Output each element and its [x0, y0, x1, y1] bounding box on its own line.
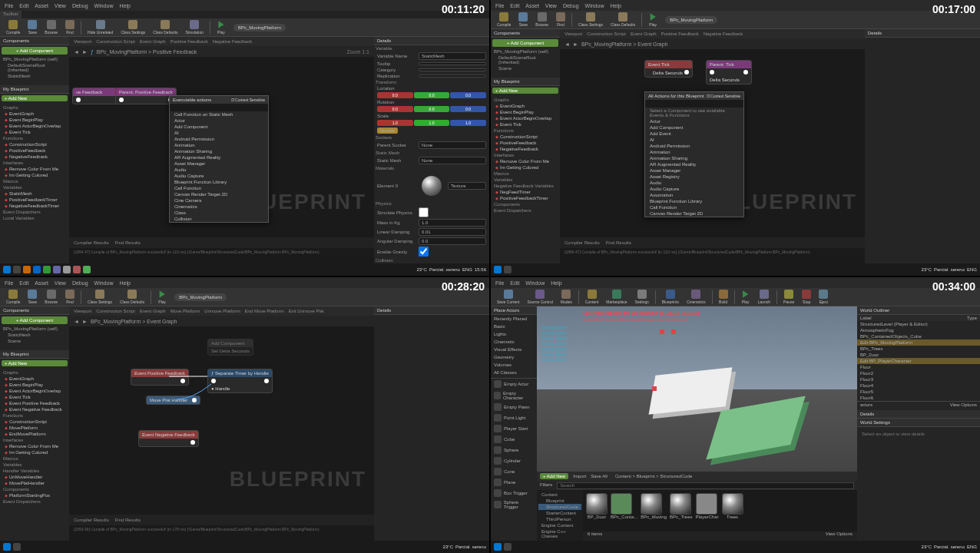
market-button[interactable]: Marketplace	[603, 288, 630, 306]
func-item[interactable]: ConstructionScript	[2, 419, 68, 425]
pa-item[interactable]: Empty Actor	[491, 379, 537, 389]
category-field[interactable]	[419, 68, 486, 71]
add-component-button[interactable]: + Add Component	[2, 47, 68, 55]
compiler-results-tab[interactable]: Compiler Results	[74, 518, 109, 522]
func-item[interactable]: NegativeFeedback	[2, 154, 68, 160]
menu-debug[interactable]: Debug	[72, 3, 88, 8]
debug-target[interactable]: BPc_MovingPlatform	[233, 24, 286, 31]
blueprints-button[interactable]: Blueprints	[659, 288, 682, 306]
app-icon[interactable]	[33, 266, 41, 273]
source-button[interactable]: Source Control	[524, 288, 555, 306]
ctx-item[interactable]: Android Permission	[645, 143, 743, 149]
hide-button[interactable]: Hide Unrelated	[84, 18, 116, 36]
func-item[interactable]: MovePlatform	[2, 425, 68, 431]
nav-back-icon[interactable]: ◄	[74, 319, 79, 324]
menu-view[interactable]: View	[545, 3, 557, 8]
scale-vec[interactable]: 1.01.01.0	[374, 119, 489, 127]
ctx-item[interactable]: Actor	[645, 118, 743, 124]
out-item[interactable]: Floor6	[857, 395, 980, 401]
search-icon[interactable]	[504, 266, 512, 273]
debug-target[interactable]: BPc_MovingPlatform	[665, 16, 717, 24]
sim-check[interactable]	[419, 207, 429, 217]
node-parent-pf[interactable]: Parent: Positive Feedback	[115, 88, 177, 104]
iface-item[interactable]: Remove Color From Me	[492, 158, 558, 164]
3d-viewport[interactable]: LIGHTING NEEDS TO BE REBUILT (5 unbuilt …	[537, 306, 857, 472]
tab-construction[interactable]: Construction Script	[587, 31, 626, 36]
asset-thumb[interactable]	[722, 493, 743, 515]
pa-cat[interactable]: Lights	[491, 330, 537, 338]
tab-posfeedback[interactable]: Positive Feedback	[661, 31, 699, 36]
ctx-item[interactable]: Cine Camera	[170, 197, 268, 204]
mass-field[interactable]: 1.0	[419, 219, 486, 227]
view-options-button[interactable]: View Options	[950, 402, 977, 409]
cb-import-button[interactable]: Import	[573, 474, 586, 478]
out-item[interactable]: Floor	[857, 364, 980, 370]
output-pin[interactable]	[190, 440, 195, 445]
ctx-item[interactable]: Add Component	[170, 124, 268, 130]
angular-field[interactable]: 0.0	[419, 237, 486, 245]
nav-fwd-icon[interactable]: ►	[82, 49, 88, 55]
func-item[interactable]: PositiveFeedback	[492, 140, 558, 146]
menu-help[interactable]: Help	[119, 280, 130, 286]
find-button[interactable]: Find	[62, 288, 78, 306]
class-settings-button[interactable]: Class Settings	[118, 18, 148, 36]
menu-file[interactable]: File	[495, 280, 504, 286]
menu-view[interactable]: View	[55, 3, 66, 8]
node-epf[interactable]: Event Positive Feedback	[131, 369, 189, 386]
ctx-item[interactable]: Animation	[170, 142, 268, 148]
component-root[interactable]: BPc_MovingPlatform (self)	[491, 48, 560, 55]
play-button[interactable]: Play	[154, 288, 170, 306]
func-item[interactable]: EndMovePlatform	[2, 431, 68, 437]
context-sensitive-check[interactable]: ☑ Context Sensitive	[231, 98, 265, 102]
menu-file[interactable]: File	[5, 3, 13, 8]
ctx-item[interactable]: Call Function	[645, 204, 743, 210]
linear-field[interactable]: 0.01	[419, 228, 486, 236]
launch-button[interactable]: Launch	[755, 288, 773, 306]
pa-item[interactable]: Empty Pawn	[491, 402, 537, 412]
ctx-item[interactable]: Blueprint Function Library	[170, 179, 268, 185]
tray-lang[interactable]: ENG	[967, 267, 977, 272]
component-root[interactable]: BPc_MovingPlatform (self)	[0, 56, 69, 62]
add-new-button[interactable]: + Add New	[2, 360, 68, 366]
filters-button[interactable]: Filters	[540, 482, 552, 489]
menu-asset[interactable]: Asset	[35, 3, 48, 8]
asset-thumb[interactable]	[641, 493, 662, 515]
ctx-search-input[interactable]	[170, 104, 268, 111]
asset-thumb[interactable]	[670, 493, 691, 515]
tab-unmove[interactable]: Unmove Platform	[204, 309, 240, 313]
pa-cat[interactable]: All Classes	[491, 369, 537, 376]
add-component-button[interactable]: + Add Component	[492, 39, 558, 47]
ctx-item[interactable]: AR Augmented Reality	[645, 161, 743, 167]
stop-button[interactable]: Stop	[799, 288, 814, 306]
cb-folder[interactable]: StructuredCode	[538, 504, 581, 510]
ctx-item[interactable]: Android Permission	[170, 136, 268, 142]
menu-window[interactable]: Window	[585, 3, 604, 8]
var-item[interactable]: MovePlatHandler	[2, 480, 68, 486]
tab-viewport[interactable]: Viewport	[564, 31, 582, 36]
cb-addnew-button[interactable]: + Add New	[540, 473, 568, 479]
search-icon[interactable]	[13, 543, 21, 551]
out-item[interactable]: StructuredLevel (Player & Editor)	[857, 321, 980, 327]
pa-item[interactable]: Cube	[491, 434, 537, 445]
node-parent-tick[interactable]: Parent: Tick Delta Seconds	[706, 60, 752, 84]
add-new-button[interactable]: + Add New	[2, 95, 68, 101]
breadcrumb-path[interactable]: BPc_MovingPlatform > Event Graph	[91, 319, 177, 324]
ctx-item[interactable]: AR Augmented Reality	[170, 154, 268, 161]
func-item[interactable]: PositiveFeedback	[2, 147, 68, 154]
menu-view[interactable]: View	[55, 280, 66, 286]
nav-fwd-icon[interactable]: ►	[82, 319, 88, 324]
ctx-item[interactable]: Animation Sharing	[645, 155, 743, 161]
cb-folder[interactable]: StarterContent	[538, 510, 581, 516]
weather-temp[interactable]: 23°C	[922, 545, 932, 549]
find-results-tab[interactable]: Find Results	[115, 518, 141, 522]
asset-thumb[interactable]	[611, 493, 632, 515]
pa-cat[interactable]: Volumes	[491, 361, 537, 369]
compile-button[interactable]: Compile	[494, 11, 514, 28]
ctx-item[interactable]: AI	[645, 137, 743, 143]
compiler-results-tab[interactable]: Compiler Results	[564, 240, 600, 245]
ctx-item[interactable]: Asset Registry	[645, 174, 743, 180]
varname-field[interactable]: StaticMesh	[419, 52, 486, 60]
ctx-item[interactable]: Audio Capture	[170, 173, 268, 179]
ctx-item[interactable]: Actor	[170, 118, 268, 124]
pa-cat[interactable]: Visual Effects	[491, 346, 537, 353]
